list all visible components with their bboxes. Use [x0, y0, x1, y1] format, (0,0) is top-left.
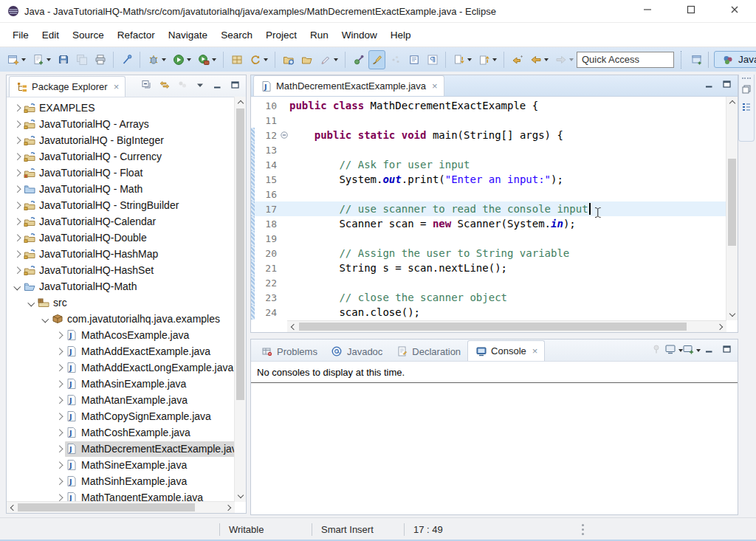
- dropdown-arrow-icon[interactable]: [21, 58, 26, 61]
- tree-item[interactable]: JavaTutorialHQ-HashMap: [7, 246, 246, 262]
- max-view-button[interactable]: [721, 345, 733, 356]
- tree-item[interactable]: JavaTutorialHQ - Currency: [7, 148, 246, 165]
- outline-view-button[interactable]: [740, 101, 753, 116]
- chevron-right-icon[interactable]: [53, 410, 65, 422]
- dropdown-arrow-icon[interactable]: [334, 58, 338, 61]
- debug-button[interactable]: [145, 50, 168, 69]
- minimize-button[interactable]: [625, 0, 669, 22]
- open-console-button[interactable]: [685, 345, 698, 356]
- update-project-button[interactable]: [247, 50, 270, 69]
- code-line[interactable]: 21 String s = scan.nextLine();: [251, 261, 726, 275]
- tab-javadoc[interactable]: Javadoc: [324, 342, 389, 361]
- code-line[interactable]: 12 public static void main(String[] args…: [251, 128, 726, 142]
- close-icon[interactable]: ×: [432, 81, 438, 91]
- chevron-right-icon[interactable]: [53, 443, 65, 455]
- view-menu-button[interactable]: [193, 80, 206, 92]
- code-line[interactable]: 19: [251, 231, 726, 246]
- open-type-button[interactable]: [280, 50, 297, 69]
- save-all-button[interactable]: [73, 50, 90, 69]
- last-edit-button[interactable]: [509, 50, 526, 69]
- min-view-button[interactable]: [703, 345, 715, 356]
- fold-collapse-icon[interactable]: [279, 128, 289, 142]
- chevron-down-icon[interactable]: [11, 280, 23, 292]
- scroll-right-icon[interactable]: [224, 502, 235, 513]
- chevron-right-icon[interactable]: [11, 183, 23, 195]
- scroll-right-icon[interactable]: [715, 321, 726, 332]
- forward-button[interactable]: [552, 50, 576, 69]
- run-button[interactable]: [170, 50, 193, 69]
- line-number[interactable]: 21: [255, 263, 279, 274]
- code-area[interactable]: 10public class MathDecrementExactExample…: [251, 97, 738, 320]
- chevron-right-icon[interactable]: [11, 248, 23, 260]
- print-button[interactable]: [92, 50, 109, 69]
- link-with-editor-button[interactable]: [158, 80, 171, 92]
- tree-item[interactable]: JavaTutorialHQ-Double: [7, 230, 246, 246]
- tree-item[interactable]: JMathAsinExample.java: [7, 376, 246, 392]
- scrollbar-thumb[interactable]: [728, 159, 736, 246]
- close-icon[interactable]: ×: [114, 82, 120, 92]
- code-line[interactable]: 23 // close the scanner object: [251, 290, 726, 305]
- chevron-right-icon[interactable]: [11, 118, 23, 130]
- menu-navigate[interactable]: Navigate: [162, 27, 214, 44]
- chevron-right-icon[interactable]: [11, 232, 23, 244]
- line-number[interactable]: 11: [255, 115, 279, 126]
- code-line[interactable]: 22: [251, 275, 726, 290]
- menu-edit[interactable]: Edit: [35, 27, 66, 44]
- line-number[interactable]: 24: [255, 307, 279, 318]
- dropdown-arrow-icon[interactable]: [47, 58, 51, 61]
- close-button[interactable]: [712, 0, 756, 22]
- chevron-right-icon[interactable]: [11, 216, 23, 227]
- back-button[interactable]: [527, 50, 551, 69]
- chevron-down-icon[interactable]: [39, 313, 51, 325]
- close-icon[interactable]: ×: [532, 346, 538, 356]
- chevron-right-icon[interactable]: [11, 199, 23, 211]
- new-wizard-button[interactable]: [4, 50, 28, 69]
- code-line[interactable]: 15 System.out.print("Enter an input:");: [251, 172, 726, 187]
- editor-horizontal-scrollbar[interactable]: [287, 320, 726, 332]
- line-number[interactable]: 10: [255, 100, 279, 111]
- chevron-right-icon[interactable]: [53, 329, 65, 341]
- code-line[interactable]: 13: [251, 142, 726, 157]
- chevron-right-icon[interactable]: [53, 427, 65, 438]
- tree-item[interactable]: EXAMPLES: [7, 100, 246, 116]
- tree-item[interactable]: JMathSinhExample.java: [7, 473, 246, 489]
- chevron-right-icon[interactable]: [53, 362, 65, 373]
- prev-annotation-button[interactable]: [475, 50, 499, 69]
- menu-window[interactable]: Window: [335, 27, 384, 44]
- format-button[interactable]: [387, 50, 404, 69]
- menu-help[interactable]: Help: [384, 27, 418, 44]
- code-line[interactable]: 14 // Ask for user input: [251, 157, 726, 172]
- tree-item[interactable]: JMathCoshExample.java: [7, 424, 246, 441]
- scrollbar-thumb[interactable]: [236, 108, 244, 400]
- min-view-button[interactable]: [211, 80, 224, 92]
- chevron-right-icon[interactable]: [53, 345, 65, 357]
- tree-item[interactable]: JMathDecrementExactExample.java: [7, 441, 246, 457]
- tree-item[interactable]: src: [7, 294, 246, 311]
- vertical-scrollbar[interactable]: [234, 97, 246, 502]
- line-number[interactable]: 19: [255, 233, 279, 244]
- quick-access-input[interactable]: [577, 52, 674, 68]
- tree-item[interactable]: JavaTutorialHQ-Math: [7, 278, 246, 294]
- search-button[interactable]: [350, 50, 367, 69]
- tab-console[interactable]: Console×: [467, 340, 545, 361]
- menu-refactor[interactable]: Refactor: [111, 27, 162, 44]
- tree-item[interactable]: com.javatutorialhq.java.examples: [7, 311, 246, 327]
- dropdown-arrow-icon[interactable]: [212, 58, 216, 61]
- chevron-right-icon[interactable]: [11, 264, 23, 276]
- dropdown-arrow-icon[interactable]: [467, 58, 472, 61]
- tree-item[interactable]: JavaTutorialHQ-Calendar: [7, 213, 246, 230]
- rail-grip[interactable]: [742, 77, 751, 79]
- line-number[interactable]: 23: [255, 292, 279, 303]
- new-java-class-button[interactable]: [30, 50, 53, 69]
- horizontal-scrollbar[interactable]: [7, 501, 235, 513]
- menu-project[interactable]: Project: [259, 27, 303, 44]
- open-declaration-button[interactable]: [405, 50, 422, 69]
- line-number[interactable]: 18: [255, 218, 279, 230]
- next-annotation-button[interactable]: [450, 50, 474, 69]
- chevron-right-icon[interactable]: [11, 167, 23, 179]
- code-line[interactable]: 24 scan.close();: [251, 305, 726, 320]
- dropdown-arrow-icon[interactable]: [696, 349, 701, 352]
- chevron-right-icon[interactable]: [53, 394, 65, 406]
- chevron-right-icon[interactable]: [11, 102, 23, 114]
- dropdown-arrow-icon[interactable]: [569, 58, 574, 61]
